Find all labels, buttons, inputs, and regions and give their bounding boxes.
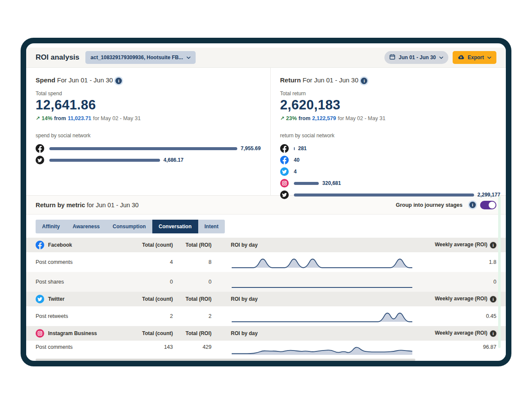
info-icon[interactable]: i [361, 78, 367, 84]
roi-by-day-sparkline [231, 274, 413, 290]
tab-consumption[interactable]: Consumption [106, 220, 152, 233]
spend-previous-value: 11,023.71 [68, 115, 91, 121]
date-range-label: Jun 01 - Jun 30 [399, 54, 436, 60]
bar-track: 40 [294, 157, 500, 163]
roi-by-day-sparkline [231, 254, 413, 270]
metric-roi: 8 [173, 259, 212, 265]
return-by-metric-bold: Return by metric [36, 202, 85, 209]
bar-track: 320,681 [294, 180, 500, 186]
return-title-bold: Return [280, 76, 301, 84]
cloud-download-icon [458, 54, 464, 61]
network-name: Twitter [48, 296, 64, 302]
metric-roi: 429 [173, 344, 212, 350]
info-icon[interactable]: i [490, 242, 496, 248]
bar-value: 4 [294, 169, 297, 175]
facebook-icon [280, 144, 289, 153]
tab-conversation[interactable]: Conversation [152, 220, 198, 233]
total-spend-label: Total spend [36, 91, 261, 97]
spend-panel-title: Spend For Jun 01 - Jun 30i [36, 76, 261, 84]
return-delta-pct: 23% [286, 115, 297, 121]
network-bar-row: 4,686.17 [36, 154, 261, 166]
return-by-metric-title: Return by metric for Jun 01 - Jun 30 [36, 202, 139, 209]
facebook-icon [280, 156, 289, 164]
account-dropdown[interactable]: act_108329179309936, Hootsuite FB... [85, 51, 195, 64]
horizontal-scrollbar[interactable] [36, 359, 415, 361]
info-icon[interactable]: i [490, 296, 496, 302]
spend-delta-from: from [54, 115, 66, 121]
trend-up-icon: ↗ [36, 115, 40, 121]
metric-count: 0 [130, 279, 173, 285]
calendar-icon [390, 54, 395, 61]
weekly-average-value: 1.8 [413, 259, 496, 265]
total-return-value: 2,620,183 [280, 97, 500, 113]
trend-up-icon: ↗ [280, 115, 284, 121]
metric-tabs-wrap: AffinityAwarenessConsumptionConversation… [26, 215, 506, 238]
metric-tabbar: AffinityAwarenessConsumptionConversation… [36, 220, 225, 233]
bar-value: 7,955.69 [241, 145, 261, 151]
metric-name: Post comments [36, 259, 130, 265]
bar-fill [294, 147, 295, 150]
column-header-weekly-average: Weekly average (ROI)i [413, 242, 496, 248]
chevron-down-icon [187, 56, 190, 60]
export-button[interactable]: Export [453, 51, 496, 64]
date-range-picker[interactable]: Jun 01 - Jun 30 [384, 51, 448, 64]
instagram-icon [280, 179, 289, 187]
column-header-weekly-average: Weekly average (ROI)i [413, 330, 496, 336]
instagram-icon [36, 329, 44, 338]
network-name-cell: Twitter [36, 295, 130, 303]
journey-stages-control: Group into journey stages i [396, 201, 496, 209]
bar-value: 281 [298, 145, 307, 151]
table-row: Post comments481.8 [26, 252, 506, 272]
toggle-knob [489, 202, 496, 209]
info-icon[interactable]: i [490, 330, 496, 337]
return-previous-value: 2,122,579 [312, 115, 336, 121]
return-by-metric-table: FacebookTotal (count)Total (ROI)ROI by d… [26, 238, 506, 357]
return-panel-title: Return For Jun 01 - Jun 30i [280, 76, 500, 84]
twitter-icon [280, 167, 289, 176]
info-icon[interactable]: i [115, 78, 122, 84]
bar-fill [294, 182, 319, 185]
roi-dashboard: ROI analysis act_108329179309936, Hootsu… [26, 43, 506, 361]
journey-stages-toggle[interactable] [480, 201, 496, 209]
metric-count: 4 [130, 259, 173, 265]
metric-name: Post shares [36, 279, 130, 285]
weekly-average-value: 0.45 [413, 313, 496, 319]
column-header-count: Total (count) [130, 242, 173, 248]
return-by-network-label: return by social network [280, 133, 500, 139]
export-button-label: Export [468, 54, 484, 60]
weekly-average-value: 0 [413, 279, 496, 285]
journey-stages-label: Group into journey stages [396, 202, 462, 208]
network-bar-row: 2,299,177 [280, 189, 500, 201]
tab-awareness[interactable]: Awareness [66, 220, 106, 233]
tab-intent[interactable]: Intent [198, 220, 225, 233]
column-header-roi-by-day: ROI by day [231, 242, 413, 248]
network-bar-row: 320,681 [280, 178, 500, 189]
return-title-period: For Jun 01 - Jun 30 [301, 76, 358, 84]
column-header-weekly-average: Weekly average (ROI)i [413, 296, 496, 302]
bar-track: 2,299,177 [294, 192, 500, 198]
weekly-average-value: 96.87 [413, 344, 496, 350]
roi-by-day-sparkline [231, 344, 413, 357]
device-frame: ROI analysis act_108329179309936, Hootsu… [21, 38, 511, 366]
network-name: Instagram Business [48, 330, 97, 336]
spend-previous-period: for May 02 - May 31 [93, 115, 141, 121]
bar-track: 4 [294, 169, 500, 175]
total-spend-value: 12,641.86 [36, 97, 261, 113]
tab-affinity[interactable]: Affinity [36, 220, 66, 233]
chevron-down-icon [439, 56, 443, 60]
total-return-label: Total return [280, 91, 500, 97]
bar-value: 40 [294, 157, 299, 163]
column-header-roi: Total (ROI) [173, 296, 212, 302]
return-delta: ↗ 23% from 2,122,579 for May 02 - May 31 [280, 115, 500, 121]
facebook-icon [36, 241, 44, 249]
network-bar-row: 4 [280, 166, 500, 178]
return-previous-period: for May 02 - May 31 [338, 115, 385, 121]
return-delta-from: from [299, 115, 311, 121]
column-header-roi-by-day: ROI by day [231, 330, 413, 336]
top-bar: ROI analysis act_108329179309936, Hootsu… [26, 48, 506, 68]
network-name-cell: Facebook [36, 241, 130, 249]
column-header-roi: Total (ROI) [173, 242, 212, 248]
info-icon[interactable]: i [469, 202, 476, 208]
column-header-count: Total (count) [130, 330, 173, 336]
network-bar-row: 7,955.69 [36, 143, 261, 154]
